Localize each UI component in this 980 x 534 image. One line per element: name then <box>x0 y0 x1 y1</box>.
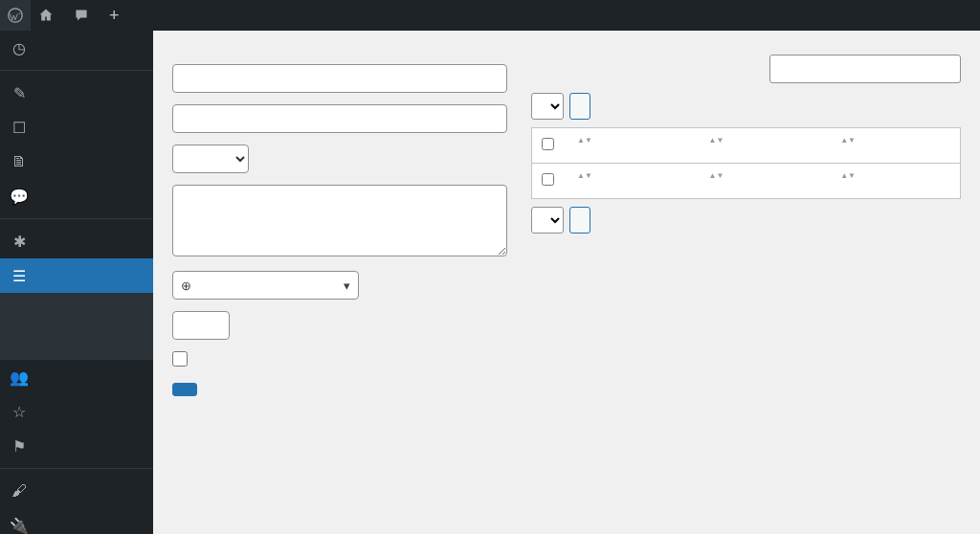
admin-sidebar: ◷ ✎ ☐ 🗎 💬 ✱ ☰ 👥 ☆ ⚑ 🖌 🔌 👤 🔧 ⚙ ◀ <box>0 31 153 434</box>
pin-icon: ✎ <box>10 83 29 102</box>
col-slug-sort-bottom[interactable]: ▲▼ <box>836 173 950 179</box>
icon-select[interactable]: ⊕ ▾ <box>172 271 359 300</box>
comments-icon: 💬 <box>10 187 29 206</box>
col-desc-sort-bottom[interactable]: ▲▼ <box>705 173 818 179</box>
comment-icon <box>74 8 89 23</box>
bulk-actions-select-bottom[interactable] <box>531 207 564 234</box>
submenu-tags[interactable] <box>0 332 153 344</box>
menu-comments[interactable]: 💬 <box>0 179 153 213</box>
menu-listings[interactable]: ☰ <box>0 258 153 293</box>
admin-bar: + <box>0 0 980 31</box>
new-content-link[interactable]: + <box>101 0 132 31</box>
categories-table: ▲▼ ▲▼ ▲▼ ▲▼ ▲▼ ▲▼ <box>531 127 961 199</box>
bulk-actions-select-top[interactable] <box>531 93 564 120</box>
sort-icon: ▲▼ <box>577 173 592 179</box>
menu-media[interactable]: ☐ <box>0 110 153 145</box>
menu-requests[interactable]: ⚑ <box>0 429 153 434</box>
parent-select[interactable] <box>172 145 249 173</box>
slug-field[interactable] <box>172 104 507 133</box>
menu-pages[interactable]: 🗎 <box>0 145 153 179</box>
dashboard-icon: ◷ <box>10 38 29 57</box>
wp-logo[interactable] <box>0 0 31 31</box>
chevron-down-icon: ▾ <box>344 278 350 293</box>
submenu-listings[interactable] <box>0 298 153 309</box>
main-content: ⊕ ▾ <box>153 31 980 434</box>
col-slug-sort[interactable]: ▲▼ <box>836 138 950 144</box>
testimonials-icon: ☆ <box>10 402 29 421</box>
order-field[interactable] <box>172 311 230 340</box>
select-all-bottom[interactable] <box>542 173 554 186</box>
display-subcategories-checkbox[interactable] <box>172 351 188 367</box>
sort-icon: ▲▼ <box>709 173 724 179</box>
apply-button-bottom[interactable] <box>569 207 590 234</box>
col-desc-sort[interactable]: ▲▼ <box>705 138 818 144</box>
sort-icon: ▲▼ <box>840 173 856 179</box>
add-category-button[interactable] <box>172 383 197 396</box>
description-field[interactable] <box>172 185 507 256</box>
menu-vendors[interactable]: 👥 <box>0 360 153 394</box>
category-list-section: ▲▼ ▲▼ ▲▼ ▲▼ ▲▼ ▲▼ <box>531 55 961 396</box>
search-input[interactable] <box>769 55 961 83</box>
sort-icon: ▲▼ <box>577 138 592 144</box>
tablenav-bottom <box>531 207 961 234</box>
listings-submenu <box>0 293 153 360</box>
submenu-categories[interactable] <box>0 321 153 332</box>
tablenav-top <box>531 93 961 120</box>
menu-dashboard[interactable]: ◷ <box>0 31 153 65</box>
menu-testimonials[interactable]: ☆ <box>0 394 153 429</box>
select-all-top[interactable] <box>542 138 554 150</box>
vendors-icon: 👥 <box>10 367 29 387</box>
menu-posts[interactable]: ✎ <box>0 76 153 110</box>
pages-icon: 🗎 <box>10 152 29 171</box>
col-name-sort-bottom[interactable]: ▲▼ <box>573 173 686 179</box>
submenu-add-new[interactable] <box>0 309 153 321</box>
sort-icon: ▲▼ <box>709 138 724 144</box>
hivepress-icon: ✱ <box>10 232 29 251</box>
submenu-attributes[interactable] <box>0 344 153 355</box>
col-name-sort[interactable]: ▲▼ <box>573 138 686 144</box>
add-category-form: ⊕ ▾ <box>172 55 507 396</box>
comments-link[interactable] <box>66 0 101 31</box>
name-field[interactable] <box>172 64 507 93</box>
plus-icon: + <box>109 6 120 26</box>
site-home-link[interactable] <box>31 0 66 31</box>
briefcase-medical-icon: ⊕ <box>181 278 191 293</box>
apply-button-top[interactable] <box>569 93 590 120</box>
home-icon <box>38 8 54 23</box>
media-icon: ☐ <box>10 118 29 137</box>
sort-icon: ▲▼ <box>840 138 856 144</box>
menu-hivepress[interactable]: ✱ <box>0 224 153 258</box>
listings-icon: ☰ <box>10 266 29 285</box>
